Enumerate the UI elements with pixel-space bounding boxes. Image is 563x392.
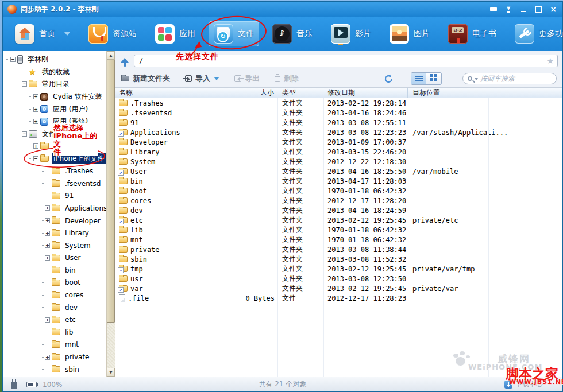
file-row[interactable]: tmp 文件夹 2013-02-12 19:25:45 private/var/… xyxy=(115,264,562,274)
file-row[interactable]: cores 文件夹 2012-12-17 11:28:20 xyxy=(115,196,562,205)
tree-expander-icon[interactable]: + xyxy=(33,143,38,149)
export-button[interactable]: 导出 xyxy=(234,73,260,84)
tree-item[interactable]: sbin xyxy=(3,363,106,376)
import-button[interactable]: 导入 xyxy=(185,73,219,84)
toolbar-item-picture[interactable]: 图片 xyxy=(384,21,435,46)
tree-expander-icon[interactable]: + xyxy=(33,119,38,124)
import-dropdown-icon[interactable] xyxy=(214,77,219,83)
search-input[interactable] xyxy=(480,75,552,83)
tree-item[interactable]: + Cydia 软件安装 xyxy=(3,91,106,103)
tree-item[interactable]: + 应用 (系统) xyxy=(3,115,106,128)
minimize-to-tray-icon[interactable] xyxy=(504,5,513,13)
tree-item[interactable]: − 常用目录 xyxy=(3,78,106,91)
tree-expander-icon[interactable]: + xyxy=(33,94,38,99)
search-dropdown-icon[interactable] xyxy=(475,78,478,82)
minimize-button[interactable] xyxy=(519,5,528,13)
tree-item[interactable]: + Library xyxy=(3,227,106,239)
tree-expander-icon[interactable]: − xyxy=(22,131,27,137)
chevron-down-icon[interactable] xyxy=(64,32,70,38)
maximize-button[interactable] xyxy=(534,5,543,13)
file-row[interactable]: boot 文件夹 1970-01-18 06:42:32 xyxy=(115,186,562,196)
tree-item[interactable]: .Trashes xyxy=(3,165,106,177)
tree-expander-icon[interactable]: − xyxy=(22,81,27,87)
file-row[interactable]: lib 文件夹 1970-01-18 06:42:32 xyxy=(115,225,562,235)
file-row[interactable]: User 文件夹 2013-04-16 18:25:50 /var/mobile xyxy=(115,166,562,176)
scrollbar-thumb[interactable] xyxy=(107,60,115,323)
download-center-button[interactable]: 下载中心 xyxy=(504,379,543,389)
scroll-up-icon[interactable]: ▲ xyxy=(107,51,115,60)
tree-item[interactable]: + User xyxy=(3,252,106,265)
file-row[interactable]: mnt 文件夹 1970-01-18 06:42:32 xyxy=(115,235,562,244)
file-row[interactable]: .Trashes 文件夹 2013-02-12 19:28:14 xyxy=(115,98,562,108)
file-row[interactable]: .file 0 Bytes 文件 2012-12-17 11:28:23 xyxy=(115,293,562,303)
tree-expander-icon[interactable]: + xyxy=(45,218,50,223)
tree-expander-icon[interactable]: − xyxy=(10,57,16,62)
file-row[interactable]: var 文件夹 2013-02-12 19:25:45 private/var xyxy=(115,284,562,293)
file-row[interactable]: dev 文件夹 2013-04-16 18:24:59 xyxy=(115,205,562,215)
tree-item[interactable]: .fseventsd xyxy=(3,177,106,190)
column-header-name[interactable]: 名称 xyxy=(115,88,233,98)
tree-expander-icon[interactable]: + xyxy=(45,243,50,248)
tree-item[interactable]: 我的收藏 xyxy=(3,66,106,79)
column-header-target[interactable]: 目标位置 xyxy=(408,88,562,98)
tree-item[interactable]: boot xyxy=(3,277,106,289)
tree-item[interactable]: + M xyxy=(3,140,106,153)
toolbar-item-files[interactable]: 文件 xyxy=(209,21,259,46)
tree-item[interactable]: bin xyxy=(3,264,106,277)
toolbar-item-store[interactable]: 资源站 xyxy=(83,21,142,46)
column-header-size[interactable]: 大小 xyxy=(233,88,277,98)
file-row[interactable]: Applications 文件夹 2013-03-08 12:23:23 /va… xyxy=(115,127,562,137)
scrollbar-track[interactable] xyxy=(107,60,115,368)
column-header-type[interactable]: 类型 xyxy=(277,88,323,98)
tree-item[interactable]: + private xyxy=(3,351,106,363)
tree-expander-icon[interactable]: + xyxy=(45,255,50,261)
column-header-date[interactable]: 修改日期 xyxy=(323,88,408,98)
tree-item[interactable]: − 文件 xyxy=(3,128,106,141)
tree-item[interactable]: − 李林刚 xyxy=(3,53,106,66)
tree-expander-icon[interactable]: + xyxy=(45,205,50,211)
file-row[interactable]: sbin 文件夹 2013-03-08 11:52:32 xyxy=(115,254,562,264)
file-row[interactable]: usr 文件夹 2013-03-08 12:23:50 xyxy=(115,274,562,284)
file-row[interactable]: Developer 文件夹 2013-01-09 17:00:37 xyxy=(115,137,562,147)
toolbar-item-music[interactable]: 音乐 xyxy=(267,21,318,46)
file-row[interactable]: private 文件夹 2013-03-08 11:38:44 xyxy=(115,244,562,254)
tree-item[interactable]: + etc xyxy=(3,313,106,326)
delete-button[interactable]: 删除 xyxy=(275,73,299,84)
tree-expander-icon[interactable]: + xyxy=(45,231,50,236)
toolbar-item-apps[interactable]: 应用 xyxy=(150,21,200,46)
tree-expander-icon[interactable]: + xyxy=(45,355,50,360)
tree-item[interactable]: + Developer xyxy=(3,215,106,227)
tree-item[interactable]: mnt xyxy=(3,339,106,351)
tree-item[interactable]: + Applications xyxy=(3,202,106,215)
file-row[interactable]: System 文件夹 2012-12-22 12:18:30 xyxy=(115,157,562,166)
file-row[interactable]: 91 文件夹 2013-03-08 12:55:11 xyxy=(115,118,562,127)
tree-item[interactable]: − iPhone上的文件 xyxy=(3,153,106,165)
file-row[interactable]: .fseventsd 文件夹 2013-04-16 18:24:46 xyxy=(115,108,562,118)
grid-view-button[interactable] xyxy=(426,73,441,84)
tree-item[interactable]: + 应用 (用户) xyxy=(3,103,106,115)
toolbar-item-more[interactable]: 更多功能 xyxy=(510,21,563,46)
toolbar-item-movie[interactable]: 影片 xyxy=(326,21,376,46)
sidebar-scrollbar[interactable]: ▲ ▼ xyxy=(106,51,115,377)
list-view-button[interactable] xyxy=(411,73,426,84)
go-up-button[interactable] xyxy=(118,54,132,68)
toolbar-item-ebook[interactable]: 电子书 xyxy=(443,21,502,46)
file-row[interactable]: etc 文件夹 2013-02-12 19:25:45 private/etc xyxy=(115,215,562,225)
tree-item[interactable]: lib xyxy=(3,326,106,339)
tree-expander-icon[interactable]: + xyxy=(33,107,38,112)
new-folder-button[interactable]: 新建文件夹 xyxy=(121,73,170,84)
scroll-down-icon[interactable]: ▼ xyxy=(107,368,115,377)
feedback-icon[interactable] xyxy=(489,5,498,13)
tree-expander-icon[interactable]: − xyxy=(33,156,38,161)
refresh-button[interactable] xyxy=(384,74,394,84)
close-button[interactable]: × xyxy=(549,5,558,13)
file-row[interactable]: bin 文件夹 2013-04-17 11:28:03 xyxy=(115,176,562,186)
tree-expander-icon[interactable]: + xyxy=(45,317,50,323)
path-input[interactable] xyxy=(134,55,558,67)
toolbar-item-home[interactable]: 首页 xyxy=(10,21,75,46)
tree-item[interactable]: + System xyxy=(3,239,106,252)
tree-item[interactable]: 91 xyxy=(3,190,106,203)
tree-item[interactable]: cores xyxy=(3,289,106,301)
file-row[interactable]: Library 文件夹 2013-03-15 22:46:20 xyxy=(115,147,562,157)
tree-item[interactable]: dev xyxy=(3,301,106,314)
